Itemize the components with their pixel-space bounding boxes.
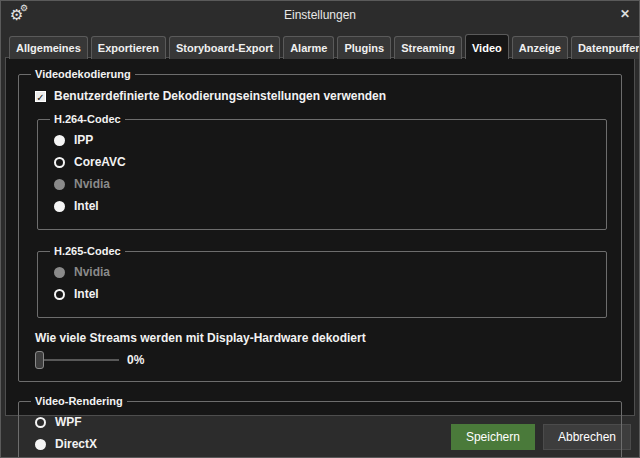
tab-datenpuffer[interactable]: Datenpuffer [571, 36, 640, 59]
close-icon[interactable]: ✕ [620, 8, 630, 20]
radio-nvidia [54, 267, 65, 278]
tab-allgemeines[interactable]: Allgemeines [9, 36, 88, 59]
h264-options: IPPCoreAVCNvidiaIntel [48, 133, 596, 213]
h265-options: NvidiaIntel [48, 265, 596, 301]
radio-intel[interactable] [54, 289, 65, 300]
streams-slider-row: 0% [35, 351, 611, 369]
option-nvidia: Nvidia [54, 265, 596, 279]
radio-label-intel: Intel [74, 199, 99, 213]
dialog-title: Einstellungen [1, 1, 639, 29]
radio-label-intel: Intel [74, 287, 99, 301]
tab-streaming[interactable]: Streaming [394, 36, 462, 59]
radio-nvidia [54, 179, 65, 190]
group-h264-codec-legend: H.264-Codec [50, 113, 125, 125]
radio-label-directx: DirectX [55, 437, 97, 451]
custom-decoding-checkbox[interactable]: ✓ [35, 91, 46, 102]
group-videodekodierung-legend: Videodekodierung [31, 68, 135, 80]
tab-alarme[interactable]: Alarme [283, 36, 334, 59]
slider-value: 0% [127, 353, 144, 367]
settings-dialog: ⚙ ⚙ Einstellungen ✕ AllgemeinesExportier… [0, 0, 640, 458]
radio-label-nvidia: Nvidia [74, 177, 110, 191]
radio-intel[interactable] [54, 201, 65, 212]
option-intel[interactable]: Intel [54, 287, 596, 301]
custom-decoding-checkbox-row[interactable]: ✓ Benutzerdefinierte Dekodierungseinstel… [35, 89, 611, 103]
radio-coreavc[interactable] [54, 157, 65, 168]
tab-anzeige[interactable]: Anzeige [512, 36, 568, 59]
radio-ipp[interactable] [54, 135, 65, 146]
tab-strip: AllgemeinesExportierenStoryboard-ExportA… [5, 31, 635, 58]
option-directx[interactable]: DirectX [35, 437, 611, 451]
group-video-rendering: Video-Rendering WPFDirectX [18, 395, 622, 458]
streams-slider[interactable] [35, 351, 119, 369]
tab-plugins[interactable]: Plugins [337, 36, 391, 59]
slider-thumb[interactable] [35, 351, 44, 369]
gears-icon: ⚙ ⚙ [10, 3, 34, 27]
tab-exportieren[interactable]: Exportieren [91, 36, 166, 59]
group-h265-codec: H.265-Codec NvidiaIntel [37, 245, 607, 318]
radio-label-ipp: IPP [74, 133, 93, 147]
radio-directx[interactable] [35, 439, 46, 450]
video-settings-panel: Videodekodierung ✓ Benutzerdefinierte De… [5, 57, 635, 416]
group-h264-codec: H.264-Codec IPPCoreAVCNvidiaIntel [37, 113, 607, 230]
title-bar: ⚙ ⚙ Einstellungen ✕ [1, 1, 639, 29]
option-intel[interactable]: Intel [54, 199, 596, 213]
option-wpf[interactable]: WPF [35, 415, 611, 429]
tab-video[interactable]: Video [465, 34, 509, 59]
option-coreavc[interactable]: CoreAVC [54, 155, 596, 169]
streams-slider-label: Wie viele Streams werden mit Display-Har… [35, 331, 611, 345]
slider-track [35, 359, 119, 361]
option-nvidia: Nvidia [54, 177, 596, 191]
rendering-options: WPFDirectX [29, 415, 611, 451]
option-ipp[interactable]: IPP [54, 133, 596, 147]
custom-decoding-checkbox-label: Benutzerdefinierte Dekodierungseinstellu… [54, 89, 386, 103]
tab-storyboard-export[interactable]: Storyboard-Export [169, 36, 280, 59]
group-h265-codec-legend: H.265-Codec [50, 245, 125, 257]
group-video-rendering-legend: Video-Rendering [31, 395, 127, 407]
radio-wpf[interactable] [35, 417, 46, 428]
radio-label-coreavc: CoreAVC [74, 155, 126, 169]
group-videodekodierung: Videodekodierung ✓ Benutzerdefinierte De… [18, 68, 622, 382]
radio-label-nvidia: Nvidia [74, 265, 110, 279]
radio-label-wpf: WPF [55, 415, 82, 429]
